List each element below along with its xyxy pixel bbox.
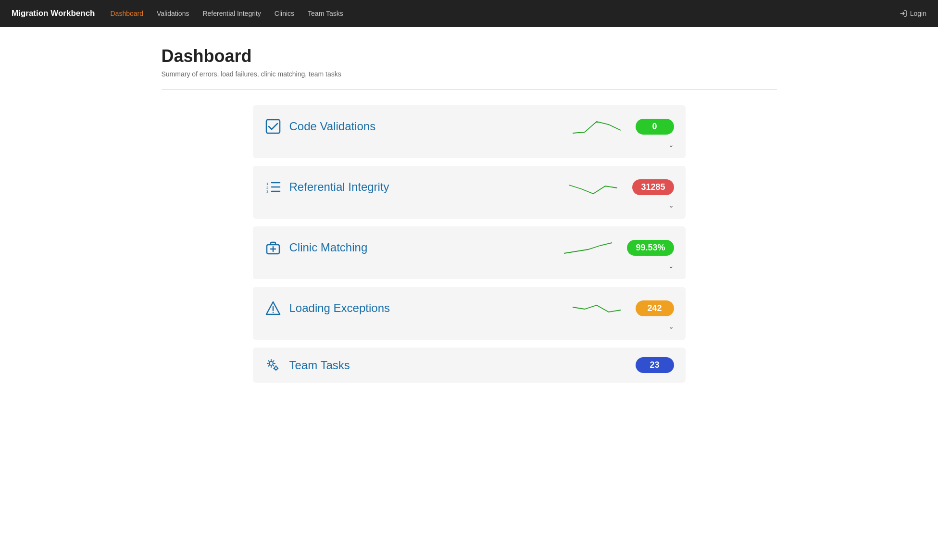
chevron-clinic-matching: ⌄ — [264, 262, 674, 270]
card-clinic-matching[interactable]: Clinic Matching 99.53% ⌄ — [253, 226, 686, 279]
list-numbered-icon: 1 2 3 — [264, 179, 282, 195]
nav-link-clinics[interactable]: Clinics — [275, 10, 294, 17]
chevron-code-validations: ⌄ — [264, 141, 674, 149]
nav-links: Dashboard Validations Referential Integr… — [110, 10, 899, 17]
card-label-team-tasks: Team Tasks — [289, 359, 455, 372]
svg-point-12 — [272, 312, 273, 313]
badge-clinic-matching: 99.53% — [627, 240, 674, 256]
card-label-loading-exceptions: Loading Exceptions — [289, 301, 563, 315]
badge-referential-integrity: 31285 — [632, 179, 674, 195]
login-button[interactable]: Login — [900, 10, 926, 17]
svg-point-13 — [269, 361, 273, 365]
card-label-code-validations: Code Validations — [289, 120, 563, 133]
sparkline-referential-integrity — [567, 175, 625, 199]
card-label-referential-integrity: Referential Integrity — [289, 180, 560, 194]
card-loading-exceptions[interactable]: Loading Exceptions 242 ⌄ — [253, 287, 686, 340]
chevron-referential-integrity: ⌄ — [264, 201, 674, 209]
gears-icon — [264, 358, 282, 373]
login-icon — [900, 10, 907, 17]
divider — [162, 89, 777, 90]
warning-triangle-icon — [264, 300, 282, 316]
nav-link-referential-integrity[interactable]: Referential Integrity — [202, 10, 261, 17]
nav-brand: Migration Workbench — [12, 9, 95, 18]
sparkline-code-validations — [570, 115, 628, 138]
nav-link-dashboard[interactable]: Dashboard — [110, 10, 143, 17]
page-title: Dashboard — [162, 46, 777, 66]
chevron-loading-exceptions: ⌄ — [264, 323, 674, 330]
nav-link-team-tasks[interactable]: Team Tasks — [308, 10, 343, 17]
badge-team-tasks: 23 — [636, 357, 674, 373]
check-square-icon — [264, 119, 282, 134]
badge-code-validations: 0 — [636, 119, 674, 135]
sparkline-clinic-matching — [562, 236, 619, 259]
page-subtitle: Summary of errors, load failures, clinic… — [162, 70, 777, 78]
page-content: Dashboard Summary of errors, load failur… — [133, 27, 806, 402]
nav-link-validations[interactable]: Validations — [157, 10, 189, 17]
sparkline-loading-exceptions — [570, 297, 628, 320]
medical-bag-icon — [264, 240, 282, 255]
card-label-clinic-matching: Clinic Matching — [289, 241, 554, 254]
cards-container: Code Validations 0 ⌄ 1 2 3 — [253, 105, 686, 383]
navbar: Migration Workbench Dashboard Validation… — [0, 0, 938, 27]
card-referential-integrity[interactable]: 1 2 3 Referential Integrity 31285 ⌄ — [253, 166, 686, 219]
card-code-validations[interactable]: Code Validations 0 ⌄ — [253, 105, 686, 158]
svg-text:3: 3 — [266, 189, 269, 194]
card-team-tasks[interactable]: Team Tasks 23 — [253, 348, 686, 383]
badge-loading-exceptions: 242 — [636, 300, 674, 316]
